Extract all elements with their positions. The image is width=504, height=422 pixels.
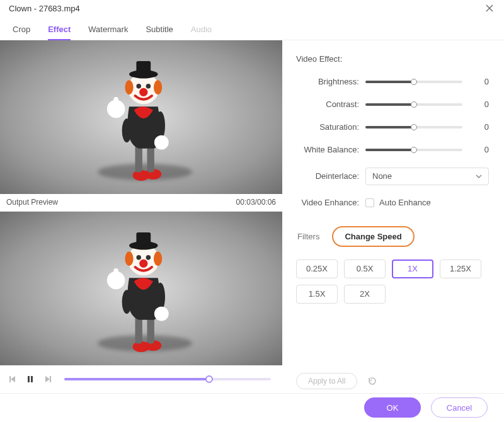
ok-button[interactable]: OK (364, 397, 421, 418)
preview-label-row: Output Preview 00:03/00:06 (0, 194, 282, 212)
auto-enhance-label: Auto Enhance (379, 198, 431, 207)
chevron-down-icon (476, 173, 482, 180)
window-title: Clown - 27683.mp4 (9, 4, 484, 13)
saturation-slider[interactable] (365, 126, 462, 128)
svg-rect-39 (50, 376, 51, 382)
left-panel: Output Preview 00:03/00:06 (0, 40, 282, 393)
enhance-label: Video Enhance: (296, 198, 365, 207)
whitebalance-label: White Balance: (296, 145, 365, 154)
apply-to-all-button[interactable]: Apply to All (296, 373, 357, 389)
clown-image-top (88, 53, 195, 191)
prev-frame-icon[interactable] (6, 373, 19, 385)
timecode: 00:03/00:06 (236, 198, 276, 207)
reset-icon[interactable] (366, 375, 379, 387)
tab-subtitle[interactable]: Subtitle (146, 21, 173, 40)
brightness-row: Brightness: 0 (296, 72, 489, 91)
contrast-row: Contrast: 0 (296, 95, 489, 114)
footer: OK Cancel (0, 393, 504, 422)
deinterlace-value: None (372, 171, 392, 181)
deinterlace-row: Deinterlace: None (296, 167, 489, 186)
playback-controls (0, 365, 282, 393)
svg-rect-37 (28, 376, 30, 382)
effect-subtabs: Filters Change Speed (296, 226, 489, 247)
brightness-slider[interactable] (365, 81, 462, 83)
contrast-label: Contrast: (296, 100, 365, 109)
saturation-label: Saturation: (296, 122, 365, 132)
speed-0-25x[interactable]: 0.25X (296, 259, 338, 278)
svg-rect-26 (113, 268, 118, 278)
output-preview (0, 212, 282, 365)
speed-2x[interactable]: 2X (344, 285, 386, 304)
body: Output Preview 00:03/00:06 (0, 40, 504, 393)
source-preview (0, 40, 282, 194)
pause-icon[interactable] (24, 373, 37, 385)
editor-window: Clown - 27683.mp4 Crop Effect Watermark … (0, 0, 504, 422)
right-panel: Video Effect: Brightness: 0 Contrast: 0 … (282, 40, 504, 393)
tab-crop[interactable]: Crop (13, 21, 30, 40)
enhance-row: Video Enhance: Auto Enhance (296, 193, 489, 212)
tab-effect[interactable]: Effect (48, 21, 71, 40)
speed-0-5x[interactable]: 0.5X (344, 259, 386, 278)
progress-slider[interactable] (64, 378, 271, 380)
saturation-value: 0 (471, 122, 489, 132)
brightness-label: Brightness: (296, 77, 365, 86)
svg-rect-38 (31, 376, 33, 382)
next-frame-icon[interactable] (42, 373, 54, 385)
subtab-filters[interactable]: Filters (296, 228, 321, 245)
svg-point-32 (125, 251, 133, 266)
svg-point-4 (122, 118, 132, 142)
deinterlace-select[interactable]: None (365, 168, 489, 185)
titlebar: Clown - 27683.mp4 (0, 0, 504, 17)
whitebalance-value: 0 (471, 145, 489, 154)
svg-point-9 (154, 135, 169, 150)
video-effect-title: Video Effect: (296, 54, 489, 64)
brightness-value: 0 (471, 77, 489, 86)
apply-row: Apply to All (296, 373, 489, 393)
deinterlace-label: Deinterlace: (296, 171, 365, 181)
output-preview-label: Output Preview (3, 198, 236, 207)
svg-point-33 (154, 251, 162, 266)
whitebalance-row: White Balance: 0 (296, 140, 489, 159)
auto-enhance-checkbox[interactable] (365, 198, 374, 207)
close-icon[interactable] (484, 3, 495, 14)
contrast-value: 0 (471, 100, 489, 109)
speed-grid: 0.25X 0.5X 1X 1.25X 1.5X 2X (296, 259, 489, 304)
svg-point-31 (139, 259, 147, 268)
speed-1-5x[interactable]: 1.5X (296, 285, 338, 304)
svg-rect-35 (136, 232, 151, 246)
clown-image-bottom (88, 224, 195, 362)
cancel-button[interactable]: Cancel (431, 397, 488, 418)
tab-audio: Audio (191, 21, 212, 40)
tab-watermark[interactable]: Watermark (88, 21, 128, 40)
svg-rect-17 (136, 61, 151, 74)
svg-point-13 (139, 88, 147, 96)
svg-point-27 (154, 307, 169, 321)
speed-1-25x[interactable]: 1.25X (440, 259, 481, 278)
svg-rect-8 (113, 97, 118, 106)
svg-rect-36 (9, 376, 11, 382)
speed-1x[interactable]: 1X (392, 259, 433, 278)
contrast-slider[interactable] (365, 103, 462, 106)
svg-point-22 (122, 290, 132, 314)
svg-point-14 (125, 80, 133, 94)
saturation-row: Saturation: 0 (296, 118, 489, 137)
whitebalance-slider[interactable] (365, 149, 462, 151)
main-tabs: Crop Effect Watermark Subtitle Audio (0, 17, 504, 40)
svg-point-15 (154, 80, 162, 94)
subtab-change-speed[interactable]: Change Speed (332, 226, 414, 247)
